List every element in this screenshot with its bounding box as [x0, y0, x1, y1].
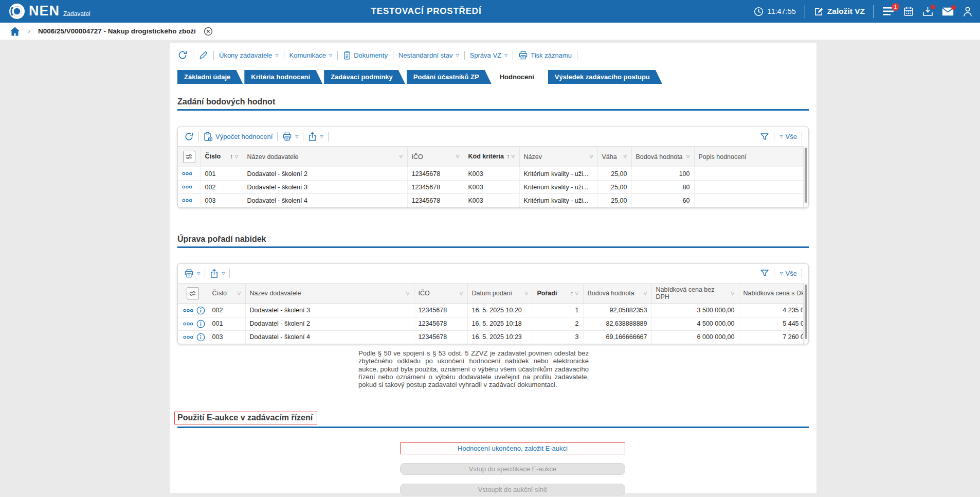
create-vz-label: Založit VZ — [827, 7, 865, 16]
tab-hodnoceni[interactable]: Hodnocení — [493, 70, 547, 84]
table-row[interactable]: 003 Dodavatel - školení 4 12345678 16. 5… — [178, 330, 808, 344]
col-header-cislo[interactable]: Číslo▽ — [208, 283, 245, 304]
print-record-button[interactable]: Tisk záznamu — [518, 51, 572, 60]
record-detail-panel: Úkony zadavatele ▽ Komunikace ▽ Dokument… — [170, 43, 816, 493]
user-profile-button[interactable] — [963, 6, 973, 17]
filter-down-icon[interactable]: ▽ — [235, 154, 239, 159]
row-menu-icon[interactable] — [182, 199, 196, 202]
col-header-ico[interactable]: IČO▽ — [414, 283, 467, 304]
menu-sprava-vz[interactable]: Správa VZ ▽ — [470, 51, 508, 59]
tab-zadavaci-podminky[interactable]: Zadávací podmínky — [324, 70, 405, 84]
filter-down-icon[interactable]: ▽ — [406, 291, 410, 296]
column-settings-header[interactable] — [178, 283, 208, 304]
cell-row-menu — [178, 317, 208, 330]
table-scrollbar[interactable] — [803, 283, 808, 344]
tab-kriteria-hodnoceni[interactable]: Kritéria hodnocení — [244, 70, 322, 84]
table-row[interactable]: 001 Dodavatel - školení 2 12345678 K003 … — [178, 167, 808, 181]
info-icon[interactable] — [196, 333, 205, 342]
scrollbar-thumb[interactable] — [805, 148, 807, 203]
row-menu-icon[interactable] — [183, 322, 193, 326]
col-header-bodova-hodnota[interactable]: Bodová hodnota▽ — [631, 147, 694, 167]
filter-button[interactable] — [760, 132, 769, 141]
filter-all-selector[interactable]: ▽ Vše — [779, 133, 797, 140]
messages-button[interactable] — [942, 7, 954, 16]
close-record-icon[interactable] — [204, 27, 213, 36]
finish-evaluation-create-eauction-button[interactable]: Hodnocení ukončeno, založit E-aukci — [400, 442, 625, 454]
menu-komunikace[interactable]: Komunikace ▽ — [289, 51, 333, 59]
col-header-dodavatel[interactable]: Název dodavatele▽ — [243, 147, 407, 167]
column-settings-icon[interactable] — [187, 287, 199, 299]
col-header-kod-kriteria[interactable]: Kód kritéria↑▽ — [464, 147, 519, 167]
info-icon[interactable] — [196, 319, 205, 328]
col-header-popis[interactable]: Popis hodnocení — [694, 147, 808, 167]
cell-bodova-hodnota: 69,166666667 — [583, 330, 651, 344]
filter-down-icon[interactable]: ▽ — [624, 154, 627, 159]
table-export-button[interactable]: ▽ — [308, 132, 323, 141]
toolbar-divider — [577, 51, 577, 60]
table-scrollbar[interactable] — [803, 146, 808, 207]
compute-score-button[interactable]: Výpočet hodnocení — [204, 132, 273, 141]
nestandardni-label: Nestandardní stav — [398, 51, 453, 59]
order-table-toolbar: ▽ ▽ ▽ Vše — [178, 264, 808, 283]
row-menu-icon[interactable] — [182, 185, 196, 189]
downloads-button[interactable] — [922, 7, 933, 16]
export-icon — [308, 132, 317, 141]
menu-dokumenty[interactable]: Dokumenty — [343, 50, 388, 60]
table-row[interactable]: 002 Dodavatel - školení 3 12345678 K003 … — [178, 181, 808, 194]
filter-button[interactable] — [760, 269, 769, 278]
col-header-cena-s-dph[interactable]: Nabídková cena s DPH — [739, 283, 808, 304]
breadcrumb-record-title[interactable]: N006/25/V00004727 - Nákup drogistického … — [38, 27, 196, 35]
edit-record-button[interactable] — [198, 50, 208, 60]
column-settings-icon[interactable] — [183, 151, 195, 163]
col-header-dodavatel[interactable]: Název dodavatele▽ — [245, 283, 414, 304]
menu-nestandardni-stav[interactable]: Nestandardní stav ▽ — [398, 51, 459, 59]
filter-down-icon[interactable]: ▽ — [644, 291, 647, 296]
table-print-button[interactable]: ▽ — [282, 132, 298, 141]
col-header-vaha[interactable]: Váha▽ — [597, 147, 631, 167]
toolbar-divider — [802, 269, 802, 278]
enter-auction-room-button[interactable]: Vstoupit do aukční síně — [400, 484, 625, 495]
row-menu-icon[interactable] — [182, 172, 196, 175]
tab-zakladni-udaje[interactable]: Základní údaje — [177, 70, 243, 84]
filter-down-icon[interactable]: ▽ — [460, 291, 463, 296]
filter-down-icon[interactable]: ▽ — [512, 154, 515, 159]
filter-down-icon[interactable]: ▽ — [590, 154, 593, 159]
table-print-button[interactable]: ▽ — [184, 269, 200, 278]
tab-podani-ucastniku[interactable]: Podání účastníků ZP — [407, 70, 492, 84]
create-vz-button[interactable]: Založit VZ — [814, 7, 865, 16]
tab-vysledek[interactable]: Výsledek zadávacího postupu — [548, 70, 662, 84]
column-settings-header[interactable] — [178, 147, 201, 167]
col-header-ico[interactable]: IČO▽ — [407, 147, 464, 167]
scrollbar-thumb[interactable] — [805, 285, 807, 340]
col-header-datum-podani[interactable]: Datum podání▽ — [467, 283, 533, 304]
nen-logo[interactable]: NEN Zadavatel — [8, 2, 90, 20]
filter-down-icon[interactable]: ▽ — [731, 291, 735, 296]
table-row[interactable]: 003 Dodavatel - školení 4 12345678 K003 … — [178, 194, 808, 207]
row-menu-icon[interactable] — [183, 309, 193, 312]
home-icon[interactable] — [10, 27, 20, 36]
filter-down-icon[interactable]: ▽ — [575, 291, 579, 296]
filter-down-icon[interactable]: ▽ — [456, 154, 460, 159]
table-row[interactable]: 002 Dodavatel - školení 3 12345678 16. 5… — [178, 304, 808, 317]
table-row[interactable]: 001 Dodavatel - školení 2 12345678 16. 5… — [178, 317, 808, 330]
col-header-cena-bez-dph[interactable]: Nabídková cena bez DPH▽ — [651, 283, 739, 304]
col-header-nazev[interactable]: Název▽ — [519, 147, 597, 167]
col-header-poradi[interactable]: Pořadí↑▽ — [533, 283, 583, 304]
scoring-table-card: Výpočet hodnocení ▽ ▽ — [177, 127, 809, 208]
filter-all-selector[interactable]: ▽ Vše — [779, 270, 797, 277]
menu-button[interactable]: 1 — [883, 7, 895, 16]
calendar-button[interactable] — [903, 6, 914, 16]
filter-down-icon[interactable]: ▽ — [238, 291, 241, 296]
table-refresh-button[interactable] — [184, 132, 194, 141]
col-header-cislo[interactable]: Číslo↑▽ — [201, 147, 243, 167]
menu-ukony-zadavatele[interactable]: Úkony zadavatele ▽ — [219, 51, 279, 59]
eauction-specification-button[interactable]: Vstup do specifikace E-aukce — [400, 463, 625, 475]
filter-down-icon[interactable]: ▽ — [400, 154, 403, 159]
filter-down-icon[interactable]: ▽ — [525, 291, 529, 296]
col-header-bodova-hodnota[interactable]: Bodová hodnota▽ — [583, 283, 651, 304]
row-menu-icon[interactable] — [183, 335, 193, 339]
table-export-button[interactable]: ▽ — [210, 269, 225, 278]
info-icon[interactable] — [196, 306, 205, 315]
filter-down-icon[interactable]: ▽ — [686, 154, 690, 159]
refresh-button[interactable] — [177, 50, 188, 60]
